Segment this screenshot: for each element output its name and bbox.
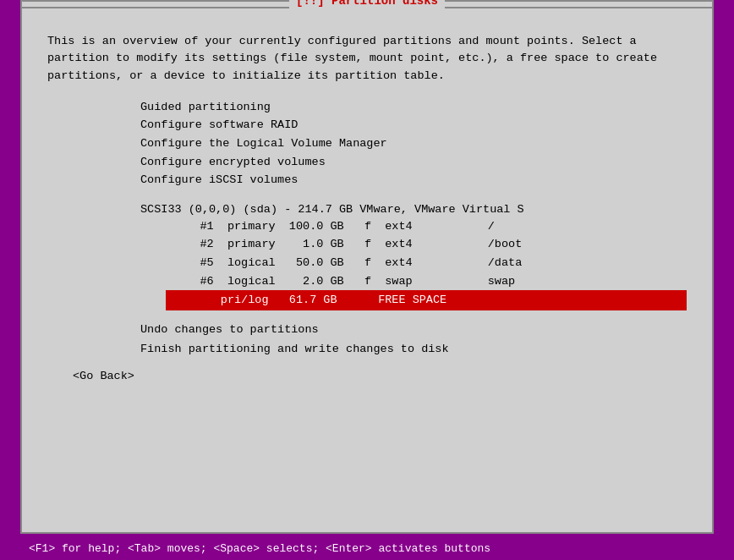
device-section: SCSI33 (0,0,0) (sda) - 214.7 GB VMware, … (140, 203, 687, 310)
partition-list: #1 primary 100.0 GB f ext4 / #2 primary … (166, 217, 687, 310)
device-header: SCSI33 (0,0,0) (sda) - 214.7 GB VMware, … (140, 203, 687, 216)
undo-option[interactable]: Undo changes to partitions (140, 321, 687, 340)
dialog-title: [!!] Partition disks (289, 0, 445, 8)
menu-items: Guided partitioning Configure software R… (140, 98, 687, 189)
bottom-options: Undo changes to partitions Finish partit… (140, 321, 687, 360)
title-line-right (445, 7, 712, 8)
menu-item-raid[interactable]: Configure software RAID (140, 116, 687, 135)
status-bar: <F1> for help; <Tab> moves; <Space> sele… (20, 537, 714, 560)
partition-2[interactable]: #2 primary 1.0 GB f ext4 /boot (166, 235, 687, 254)
partition-5[interactable]: #5 logical 50.0 GB f ext4 /data (166, 254, 687, 272)
menu-item-iscsi[interactable]: Configure iSCSI volumes (140, 171, 687, 189)
go-back-button[interactable]: <Go Back> (73, 370, 687, 382)
partition-6[interactable]: #6 logical 2.0 GB f swap swap (166, 272, 687, 291)
title-line-left (22, 7, 289, 8)
menu-item-encrypted[interactable]: Configure encrypted volumes (140, 153, 687, 172)
dialog-content: This is an overview of your currently co… (22, 14, 712, 395)
menu-item-lvm[interactable]: Configure the Logical Volume Manager (140, 135, 687, 153)
finish-option[interactable]: Finish partitioning and write changes to… (140, 340, 687, 360)
dialog-box: [!!] Partition disks This is an overview… (20, 0, 714, 534)
partition-1[interactable]: #1 primary 100.0 GB f ext4 / (166, 217, 687, 236)
description: This is an overview of your currently co… (47, 33, 687, 85)
free-space-item[interactable]: pri/log 61.7 GB FREE SPACE (166, 290, 687, 310)
menu-item-guided[interactable]: Guided partitioning (140, 98, 687, 117)
